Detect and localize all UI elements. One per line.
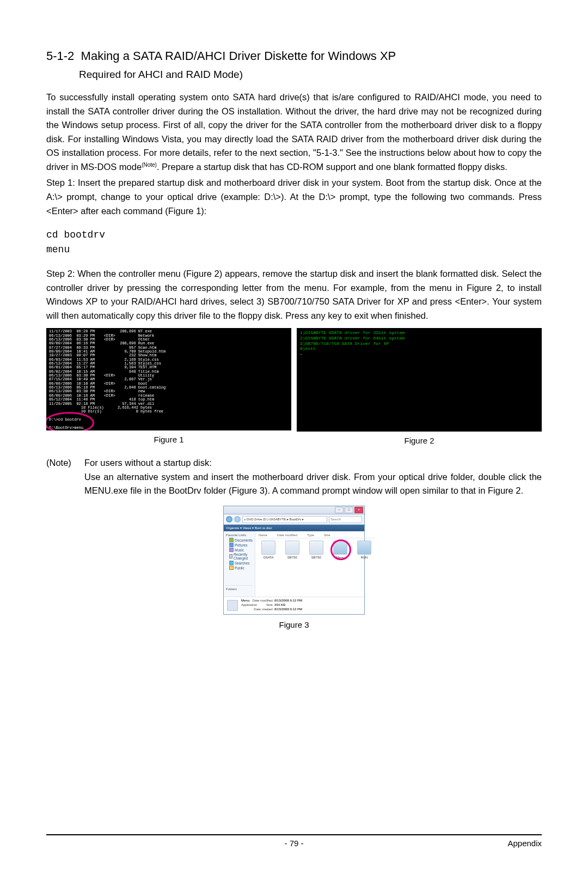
menu-line-2: 2)GIGABYTE GSATA driver for 64bit system [300, 336, 405, 341]
figure-1-label: Figure 1 [46, 435, 291, 444]
sidebar-header: Favorite Links [226, 533, 253, 537]
dos-screenshot-2: 1)GIGABYTE GSATA driver for 32bit system… [297, 328, 542, 432]
details-type: Application [241, 603, 257, 606]
para1-text-b: . Prepare a startup disk that has CD-ROM… [157, 162, 507, 172]
app-icon [227, 600, 238, 611]
folder-icon [229, 548, 234, 552]
menu-cursor: - [300, 351, 303, 356]
menu-line-3: 3)SB700/710/750 SATA Driver for XP [300, 341, 389, 346]
close-button[interactable]: × [354, 507, 363, 513]
nav-back-icon[interactable] [226, 516, 232, 523]
note-line-1: For users without a startup disk: [84, 456, 542, 470]
paragraph-2: Step 1: Insert the prepared startup disk… [46, 176, 542, 218]
paragraph-1: To successfully install operating system… [46, 90, 542, 174]
folder-icon [229, 554, 232, 559]
col-size[interactable]: Size [324, 533, 330, 537]
sidebar-item-documents[interactable]: Documents [229, 538, 253, 542]
document-page: 5-1-2 Making a SATA RAID/AHCI Driver Dis… [0, 0, 588, 874]
menu-line-4: 0)exit [300, 346, 316, 351]
details-size: 204 KB [274, 603, 285, 606]
window-toolbar[interactable]: Organize ▾ Views ▾ Burn to disc [224, 525, 364, 531]
note-line-2: Use an alternative system and insert the… [84, 470, 542, 498]
folder-icon [229, 543, 234, 547]
folder-icon [229, 538, 234, 542]
note-block: (Note) For users without a startup disk:… [46, 456, 542, 498]
sidebar: Favorite Links Documents Pictures Music … [224, 531, 255, 597]
file-item-menu[interactable]: Menu [330, 541, 350, 559]
figure-3-label: Figure 3 [46, 620, 542, 629]
dos-cmd-2: D:\BootDrv>menu_ [49, 426, 85, 430]
details-pane: Menu Date modified: 8/15/2008 6:12 PM Ap… [224, 597, 364, 614]
details-modified: 8/15/2008 6:12 PM [274, 599, 302, 602]
figure-1-column: 11/17/2003 06:28 PM 208,896 NT.exe 06/13… [46, 328, 291, 445]
address-bar[interactable]: « DVD Drive (D:) GIGABYTE ▸ BootDrv ▸ [242, 516, 327, 523]
section-number: 5-1-2 [46, 49, 74, 63]
minimize-button[interactable]: – [335, 507, 344, 513]
command-line-2: menu [46, 242, 542, 257]
file-pane: Name Date modified Type Size GSATA SB750… [255, 531, 377, 597]
sidebar-folders-header[interactable]: Folders [226, 585, 253, 591]
col-name[interactable]: Name [259, 533, 267, 537]
sidebar-item-music[interactable]: Music [229, 548, 253, 552]
search-input[interactable]: Search [329, 516, 362, 523]
sidebar-item-pictures[interactable]: Pictures [229, 543, 253, 547]
file-item-sb750[interactable]: SB750 [283, 541, 302, 559]
section-subtitle: Required for AHCI and RAID Mode) [79, 69, 542, 81]
section-heading: 5-1-2 Making a SATA RAID/AHCI Driver Dis… [46, 49, 542, 63]
window-body: Favorite Links Documents Pictures Music … [224, 531, 364, 597]
note-content: For users without a startup disk: Use an… [84, 456, 542, 498]
figures-row: 11/17/2003 06:28 PM 208,896 NT.exe 06/13… [46, 328, 542, 445]
col-date[interactable]: Date modified [277, 533, 297, 537]
details-modified-label: Date modified: [253, 599, 274, 602]
app-icon [357, 541, 371, 555]
sidebar-item-recent[interactable]: Recently Changed [229, 553, 253, 560]
folder-icon [309, 541, 323, 555]
nav-bar: « DVD Drive (D:) GIGABYTE ▸ BootDrv ▸ Se… [224, 514, 364, 525]
dos-screenshot-1: 11/17/2003 06:28 PM 208,896 NT.exe 06/13… [46, 328, 291, 430]
command-line-1: cd bootdrv [46, 228, 542, 242]
page-footer: - 79 - Appendix [46, 834, 542, 848]
paragraph-3: Step 2: When the controller menu (Figure… [46, 267, 542, 323]
sidebar-item-public[interactable]: Public [229, 566, 253, 570]
page-number: - 79 - [46, 839, 542, 848]
figure-2-column: 1)GIGABYTE GSATA driver for 32bit system… [297, 328, 542, 445]
figure-3-wrap: – □ × « DVD Drive (D:) GIGABYTE ▸ BootDr… [46, 506, 542, 629]
details-name: Menu [241, 599, 250, 602]
file-item-sb750-2[interactable]: SB750 [307, 541, 326, 559]
window-titlebar: – □ × [224, 506, 364, 514]
details-created: 8/15/2008 6:12 PM [274, 608, 302, 611]
dos-cmd-1: D:\>cd bootdrv [49, 417, 81, 422]
dos-listing: 11/17/2003 06:28 PM 208,896 NT.exe 06/13… [49, 329, 166, 414]
maximize-button[interactable]: □ [345, 507, 353, 513]
sidebar-item-searches[interactable]: Searches [229, 561, 253, 565]
details-text: Menu Date modified: 8/15/2008 6:12 PM Ap… [241, 599, 302, 611]
menu-line-1: 1)GIGABYTE GSATA driver for 32bit system [300, 330, 405, 335]
note-label: (Note) [46, 456, 84, 498]
figure-2-label: Figure 2 [297, 436, 542, 445]
file-row: GSATA SB750 SB750 Menu RUN [259, 541, 374, 559]
folder-icon [285, 541, 299, 555]
folder-icon [229, 566, 234, 570]
folder-icon [229, 561, 234, 565]
app-icon [333, 541, 347, 555]
details-created-label: Date created: [254, 608, 273, 611]
file-item-run[interactable]: RUN [354, 541, 374, 559]
section-title: Making a SATA RAID/AHCI Driver Diskette … [81, 49, 396, 63]
folder-icon [261, 541, 275, 555]
file-item-gsata[interactable]: GSATA [259, 541, 278, 559]
col-type[interactable]: Type [307, 533, 314, 537]
para1-text-a: To successfully install operating system… [46, 92, 542, 172]
explorer-window: – □ × « DVD Drive (D:) GIGABYTE ▸ BootDr… [223, 506, 365, 615]
nav-forward-icon[interactable] [234, 516, 241, 523]
column-headers: Name Date modified Type Size [259, 533, 374, 538]
details-size-label: Size: [266, 603, 273, 606]
command-block: cd bootdrv menu [46, 228, 542, 257]
note-superscript: (Note) [142, 161, 157, 167]
